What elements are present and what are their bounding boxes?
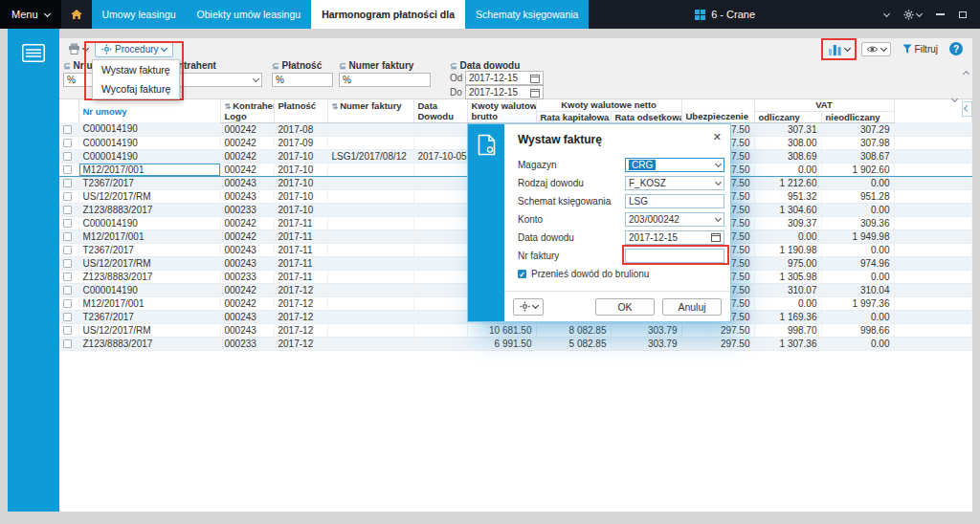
row-checkbox-cell [59,310,78,323]
calendar-icon [530,74,540,83]
header-nr-umowy[interactable]: Nr umowy [78,99,220,122]
chevron-down-icon [880,44,887,51]
row-checkbox[interactable] [63,313,72,321]
konto-label: Konto [518,214,625,225]
app-name-label: 6 - Crane [711,9,755,20]
tab-obiekty-umow-leasingu[interactable]: Obiekty umów leasingu [187,0,312,29]
row-checkbox[interactable] [63,139,72,147]
cell-numer-faktury [327,310,413,323]
schedule-list-icon[interactable] [21,44,46,62]
restore-window-icon[interactable] [959,11,967,18]
header-vat-odliczany[interactable]: odliczany [754,111,821,122]
header-numer-faktury[interactable]: ⇅Numer faktury [327,99,413,111]
chart-button[interactable] [825,42,853,56]
table-row[interactable]: Z123/8883/20170002332017-126 991.505 082… [59,337,972,350]
row-checkbox[interactable] [63,246,72,254]
row-filler [894,229,972,243]
home-button[interactable] [61,0,92,29]
chevron-down-icon [715,214,722,221]
tab-umowy-leasingu[interactable]: Umowy leasingu [92,0,187,29]
procedures-button[interactable]: Procedury [95,41,173,57]
header-ubezpieczenie[interactable]: Ubezpieczenie [681,111,754,122]
row-checkbox[interactable] [63,125,72,134]
settings-menu-button[interactable] [903,10,922,20]
menu-button[interactable]: Menu [0,0,61,29]
collapse-filter-icon[interactable] [964,63,969,80]
header-platnosc[interactable]: Płatność [274,99,327,111]
menu-item-wystaw-fakture[interactable]: Wystaw fakturę [93,60,179,79]
row-checkbox[interactable] [63,232,72,241]
filter-input-numer-faktury[interactable]: % [339,73,431,87]
cell-platnosc: 2017-10 [274,189,327,203]
header-rata-kapitalowa[interactable]: Rata kapitałowa [536,111,611,122]
konto-select[interactable]: 203/000242 [625,212,724,227]
row-checkbox[interactable] [63,219,72,228]
cell-numer-faktury: LSG1/2017/08/12 [327,149,413,163]
row-checkbox[interactable] [63,326,72,335]
chevron-down-icon[interactable] [883,10,890,16]
cell-nr-umowy: US/12/2017/RM [78,323,220,337]
cell-vat-nieodliczany: 974.96 [821,256,894,270]
scroll-columns-left-button[interactable] [962,101,972,117]
do-label: Do [450,87,462,98]
cell-numer-faktury [327,203,413,216]
cell-numer-faktury [327,122,413,136]
header-kwoty-brutto[interactable]: Kwoty walutowe [467,99,536,111]
filter-date-do[interactable]: 2017-12-15 [465,85,544,99]
app-badge[interactable]: 6 - Crane [695,9,755,20]
cell-vat-nieodliczany: 307.98 [821,136,894,149]
row-checkbox[interactable] [63,206,72,214]
cell-platnosc: 2017-12 [274,296,327,310]
row-checkbox[interactable] [63,165,72,174]
minimize-icon[interactable] [936,13,945,15]
cell-data-dowodu [413,337,467,350]
header-vat-nieodliczany[interactable]: nieodliczany [821,111,894,122]
print-button[interactable] [65,42,91,55]
row-checkbox[interactable] [63,152,72,161]
magazyn-select[interactable]: CRG [625,158,724,172]
cell-vat-nieodliczany: 0.00 [821,203,894,216]
header-kontrahent[interactable]: ⇅Kontrahent [220,99,274,111]
row-checkbox[interactable] [63,179,72,187]
help-button[interactable]: ? [949,42,963,55]
view-options-button[interactable] [861,42,891,56]
calendar-icon [530,88,540,98]
cancel-button[interactable]: Anuluj [662,298,722,316]
close-icon[interactable]: ✕ [713,131,722,143]
cell-numer-faktury [327,283,413,296]
contains-operator-icon: ⊆ [450,61,457,71]
row-checkbox[interactable] [63,273,72,281]
table-row[interactable]: US/12/2017/RM0002432017-1210 681.508 082… [59,323,972,337]
przenies-checkbox[interactable]: ✓ [518,270,526,278]
cell-data-dowodu [413,310,467,323]
filter-button[interactable]: Filtruj [900,43,941,55]
cell-vat-odliczany: 308.69 [754,149,821,163]
dialog-settings-button[interactable] [513,298,544,316]
row-checkbox[interactable] [63,192,72,201]
nr-faktury-input[interactable] [625,249,724,263]
row-checkbox[interactable] [63,299,72,308]
rodzaj-dowodu-select[interactable]: F_KOSZ [625,176,724,190]
data-dowodu-input[interactable]: 2017-12-15 [625,230,724,245]
cell-numer-faktury [327,256,413,270]
row-checkbox[interactable] [63,259,72,268]
cell-kontrahent-logo: 000233 [220,270,274,283]
row-filler [894,243,972,256]
row-checkbox[interactable] [63,339,72,348]
header-rata-odsetkowa[interactable]: Rata odsetkowa [611,111,681,122]
cell-nr-umowy: T2367/2017 [78,243,220,256]
ok-button[interactable]: OK [595,298,655,316]
schemat-ksiegowania-input[interactable]: LSG [625,194,724,208]
filter-date-od[interactable]: 2017-12-15 [465,71,544,85]
tab-harmonogram-platnosci[interactable]: Harmonogram płatności dla [311,0,465,29]
filter-input-platnosc[interactable]: % [272,73,333,87]
cell-kontrahent-logo: 000243 [220,323,274,337]
cell-data-dowodu: 2017-10-05 [413,149,467,163]
rodzaj-dowodu-label: Rodzaj dowodu [518,178,625,188]
row-checkbox[interactable] [63,286,72,295]
cell-kontrahent-logo: 000242 [220,122,274,136]
cell-vat-nieodliczany: 0.00 [821,270,894,283]
header-data-dowodu[interactable]: Data [413,99,467,111]
menu-item-wycofaj-fakture[interactable]: Wycofaj fakturę [93,79,179,98]
tab-schematy-ksiegowania[interactable]: Schematy księgowania [465,0,589,29]
